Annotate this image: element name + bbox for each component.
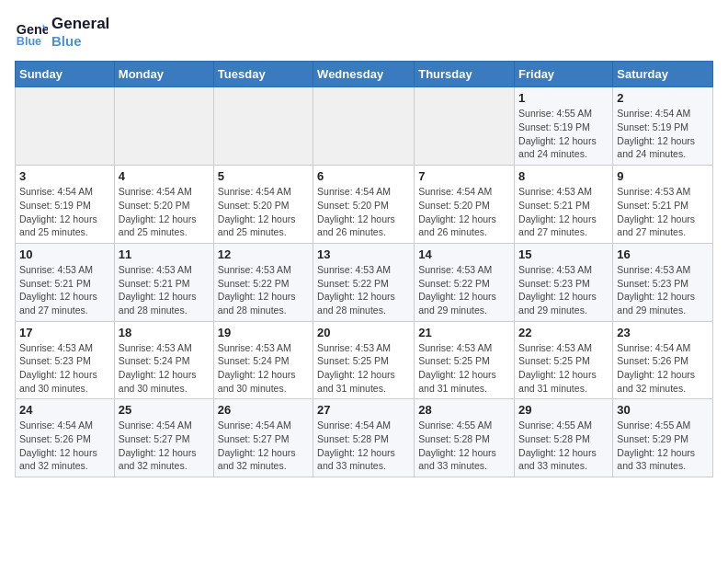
day-number: 23 [617, 326, 709, 339]
calendar-cell: 14Sunrise: 4:53 AM Sunset: 5:22 PM Dayli… [415, 243, 515, 321]
calendar-cell: 15Sunrise: 4:53 AM Sunset: 5:23 PM Dayli… [515, 243, 613, 321]
calendar-cell: 3Sunrise: 4:54 AM Sunset: 5:19 PM Daylig… [16, 166, 115, 244]
logo-icon: General Blue [15, 16, 48, 49]
calendar-week-row: 24Sunrise: 4:54 AM Sunset: 5:26 PM Dayli… [16, 399, 713, 477]
day-number: 3 [19, 169, 110, 183]
day-info: Sunrise: 4:53 AM Sunset: 5:22 PM Dayligh… [317, 263, 410, 317]
calendar-cell: 23Sunrise: 4:54 AM Sunset: 5:26 PM Dayli… [613, 321, 713, 399]
day-number: 11 [119, 247, 210, 261]
calendar-cell: 29Sunrise: 4:55 AM Sunset: 5:28 PM Dayli… [515, 399, 613, 477]
day-number: 24 [19, 403, 110, 417]
day-info: Sunrise: 4:53 AM Sunset: 5:21 PM Dayligh… [119, 263, 210, 317]
day-info: Sunrise: 4:55 AM Sunset: 5:28 PM Dayligh… [418, 419, 510, 473]
day-info: Sunrise: 4:53 AM Sunset: 5:22 PM Dayligh… [218, 263, 309, 317]
calendar-cell: 25Sunrise: 4:54 AM Sunset: 5:27 PM Dayli… [114, 399, 213, 477]
day-info: Sunrise: 4:53 AM Sunset: 5:22 PM Dayligh… [418, 263, 510, 317]
col-header-saturday: Saturday [613, 62, 713, 87]
day-info: Sunrise: 4:53 AM Sunset: 5:25 PM Dayligh… [418, 341, 510, 396]
calendar-cell: 7Sunrise: 4:54 AM Sunset: 5:20 PM Daylig… [415, 166, 515, 244]
day-number: 20 [317, 326, 410, 339]
svg-text:Blue: Blue [17, 36, 41, 49]
day-info: Sunrise: 4:54 AM Sunset: 5:28 PM Dayligh… [317, 419, 410, 473]
calendar-week-row: 10Sunrise: 4:53 AM Sunset: 5:21 PM Dayli… [16, 243, 713, 321]
calendar-cell: 12Sunrise: 4:53 AM Sunset: 5:22 PM Dayli… [213, 243, 313, 321]
calendar-cell: 8Sunrise: 4:53 AM Sunset: 5:21 PM Daylig… [515, 166, 613, 244]
day-info: Sunrise: 4:53 AM Sunset: 5:24 PM Dayligh… [218, 341, 309, 396]
day-info: Sunrise: 4:54 AM Sunset: 5:27 PM Dayligh… [119, 419, 210, 473]
day-info: Sunrise: 4:54 AM Sunset: 5:20 PM Dayligh… [218, 185, 309, 239]
day-number: 15 [518, 247, 609, 261]
calendar-cell [415, 87, 515, 166]
page-header: General Blue General Blue [15, 15, 713, 50]
day-number: 25 [119, 403, 210, 417]
calendar-cell: 10Sunrise: 4:53 AM Sunset: 5:21 PM Dayli… [16, 243, 115, 321]
day-info: Sunrise: 4:53 AM Sunset: 5:24 PM Dayligh… [119, 341, 210, 396]
day-number: 19 [218, 326, 309, 339]
calendar-cell [16, 87, 115, 166]
day-info: Sunrise: 4:55 AM Sunset: 5:28 PM Dayligh… [518, 419, 609, 473]
calendar-cell: 9Sunrise: 4:53 AM Sunset: 5:21 PM Daylig… [613, 166, 713, 244]
calendar-cell: 13Sunrise: 4:53 AM Sunset: 5:22 PM Dayli… [313, 243, 415, 321]
day-info: Sunrise: 4:55 AM Sunset: 5:19 PM Dayligh… [518, 107, 609, 161]
day-info: Sunrise: 4:54 AM Sunset: 5:20 PM Dayligh… [119, 185, 210, 239]
logo-line1: General [51, 15, 109, 33]
day-number: 27 [317, 403, 410, 417]
calendar-cell: 2Sunrise: 4:54 AM Sunset: 5:19 PM Daylig… [613, 87, 713, 166]
calendar-cell: 30Sunrise: 4:55 AM Sunset: 5:29 PM Dayli… [613, 399, 713, 477]
calendar-cell: 26Sunrise: 4:54 AM Sunset: 5:27 PM Dayli… [213, 399, 313, 477]
day-info: Sunrise: 4:53 AM Sunset: 5:23 PM Dayligh… [19, 341, 110, 396]
col-header-friday: Friday [515, 62, 613, 87]
day-info: Sunrise: 4:54 AM Sunset: 5:20 PM Dayligh… [418, 185, 510, 239]
calendar-cell: 27Sunrise: 4:54 AM Sunset: 5:28 PM Dayli… [313, 399, 415, 477]
day-number: 30 [617, 403, 709, 417]
logo: General Blue General Blue [15, 15, 109, 50]
calendar-cell: 22Sunrise: 4:53 AM Sunset: 5:25 PM Dayli… [515, 321, 613, 399]
day-number: 7 [418, 169, 510, 183]
col-header-wednesday: Wednesday [313, 62, 415, 87]
day-number: 2 [617, 91, 709, 105]
day-info: Sunrise: 4:53 AM Sunset: 5:23 PM Dayligh… [518, 263, 609, 317]
calendar-cell: 24Sunrise: 4:54 AM Sunset: 5:26 PM Dayli… [16, 399, 115, 477]
logo-line2: Blue [51, 33, 109, 50]
calendar-cell: 4Sunrise: 4:54 AM Sunset: 5:20 PM Daylig… [114, 166, 213, 244]
day-info: Sunrise: 4:54 AM Sunset: 5:19 PM Dayligh… [19, 185, 110, 239]
col-header-monday: Monday [114, 62, 213, 87]
day-number: 5 [218, 169, 309, 183]
day-number: 10 [19, 247, 110, 261]
col-header-sunday: Sunday [16, 62, 115, 87]
day-number: 26 [218, 403, 309, 417]
calendar-week-row: 3Sunrise: 4:54 AM Sunset: 5:19 PM Daylig… [16, 166, 713, 244]
calendar-cell: 5Sunrise: 4:54 AM Sunset: 5:20 PM Daylig… [213, 166, 313, 244]
calendar-cell: 20Sunrise: 4:53 AM Sunset: 5:25 PM Dayli… [313, 321, 415, 399]
day-info: Sunrise: 4:53 AM Sunset: 5:25 PM Dayligh… [518, 341, 609, 396]
day-number: 12 [218, 247, 309, 261]
calendar-table: SundayMondayTuesdayWednesdayThursdayFrid… [15, 61, 713, 477]
calendar-header-row: SundayMondayTuesdayWednesdayThursdayFrid… [16, 62, 713, 87]
svg-text:General: General [17, 22, 48, 37]
day-number: 16 [617, 247, 709, 261]
day-info: Sunrise: 4:53 AM Sunset: 5:21 PM Dayligh… [19, 263, 110, 317]
day-info: Sunrise: 4:53 AM Sunset: 5:21 PM Dayligh… [617, 185, 709, 239]
calendar-cell: 17Sunrise: 4:53 AM Sunset: 5:23 PM Dayli… [16, 321, 115, 399]
calendar-cell [313, 87, 415, 166]
day-number: 29 [518, 403, 609, 417]
day-number: 18 [119, 326, 210, 339]
day-number: 14 [418, 247, 510, 261]
calendar-cell: 28Sunrise: 4:55 AM Sunset: 5:28 PM Dayli… [415, 399, 515, 477]
day-info: Sunrise: 4:54 AM Sunset: 5:27 PM Dayligh… [218, 419, 309, 473]
col-header-thursday: Thursday [415, 62, 515, 87]
day-number: 13 [317, 247, 410, 261]
day-number: 4 [119, 169, 210, 183]
day-number: 1 [518, 91, 609, 105]
day-number: 6 [317, 169, 410, 183]
calendar-cell [114, 87, 213, 166]
calendar-week-row: 1Sunrise: 4:55 AM Sunset: 5:19 PM Daylig… [16, 87, 713, 166]
calendar-cell: 19Sunrise: 4:53 AM Sunset: 5:24 PM Dayli… [213, 321, 313, 399]
calendar-cell: 18Sunrise: 4:53 AM Sunset: 5:24 PM Dayli… [114, 321, 213, 399]
calendar-cell: 21Sunrise: 4:53 AM Sunset: 5:25 PM Dayli… [415, 321, 515, 399]
calendar-cell [213, 87, 313, 166]
day-number: 28 [418, 403, 510, 417]
day-info: Sunrise: 4:54 AM Sunset: 5:26 PM Dayligh… [19, 419, 110, 473]
calendar-week-row: 17Sunrise: 4:53 AM Sunset: 5:23 PM Dayli… [16, 321, 713, 399]
day-info: Sunrise: 4:53 AM Sunset: 5:23 PM Dayligh… [617, 263, 709, 317]
